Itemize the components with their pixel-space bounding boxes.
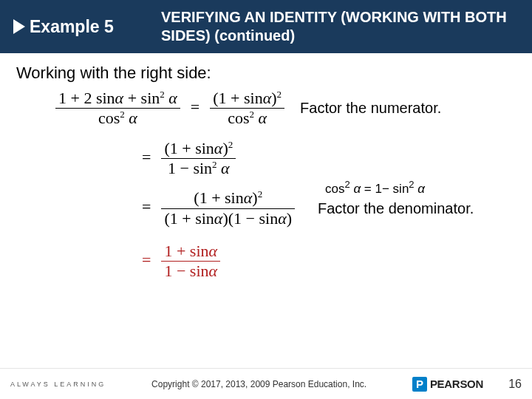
slide-title: VERIFYING AN IDENTITY (WORKING WITH BOTH… — [146, 8, 519, 45]
slide-body: Working with the right side: 1 + 2 sinα … — [0, 53, 532, 364]
equation-step2: = (1 + sinα)2 1 − sin2 α — [142, 139, 238, 179]
equation-lhs: 1 + 2 sinα + sin2 α cos2 α = (1 + sinα)2… — [53, 89, 287, 129]
copyright-text: Copyright © 2017, 2013, 2009 Pearson Edu… — [106, 379, 412, 389]
equation-result: = 1 + sinα 1 − sinα — [142, 242, 222, 281]
intro-text: Working with the right side: — [16, 64, 516, 83]
pearson-logo: P PEARSON — [412, 377, 483, 392]
pearson-brand-text: PEARSON — [430, 378, 483, 390]
equation-row-2: = (1 + sinα)2 1 − sin2 α — [142, 139, 516, 179]
example-label: Example 5 — [30, 17, 114, 37]
note-factor-numerator: Factor the numerator. — [300, 100, 441, 117]
equation-row-4: = 1 + sinα 1 − sinα — [142, 242, 516, 281]
page-number: 16 — [492, 378, 522, 391]
equation-step3: = (1 + sinα)2 (1 + sinα)(1 − sinα) — [142, 188, 297, 228]
cos-squared-identity: cos2 α = 1− sin2 α — [325, 179, 425, 197]
pearson-mark-icon: P — [412, 377, 427, 392]
note-factor-denominator: Factor the denominator. — [318, 200, 474, 217]
equation-row-1: 1 + 2 sinα + sin2 α cos2 α = (1 + sinα)2… — [53, 89, 516, 129]
play-icon — [13, 19, 25, 34]
slide-header: Example 5 VERIFYING AN IDENTITY (WORKING… — [0, 0, 532, 53]
always-learning-text: ALWAYS LEARNING — [10, 381, 106, 388]
slide-footer: ALWAYS LEARNING Copyright © 2017, 2013, … — [0, 368, 532, 399]
example-label-box: Example 5 — [13, 17, 146, 37]
